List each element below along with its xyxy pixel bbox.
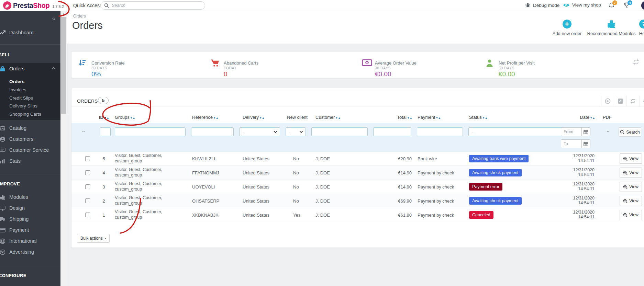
submenu-item-shopping-carts[interactable]: Shopping Carts [9, 112, 41, 117]
status-cell: Payment error [466, 183, 570, 191]
column-header-id[interactable]: ID▾▴ [96, 115, 112, 120]
sort-desc-icon[interactable]: ▾ [408, 116, 409, 119]
submenu-item-credit-slips[interactable]: Credit Slips [9, 95, 33, 101]
new-client-cell: No [283, 184, 309, 190]
sort-descending-icon [78, 59, 87, 68]
filter-date-from-input[interactable] [561, 127, 581, 136]
date-cell: 12/31/202014:54:11 [570, 168, 599, 178]
view-button[interactable]: View [620, 182, 642, 192]
column-header-new-client: New client [283, 115, 309, 120]
debug-mode-button[interactable]: Debug mode [525, 2, 559, 8]
view-button[interactable]: View [620, 153, 642, 164]
filter-id-input[interactable] [100, 127, 111, 136]
submenu-item-orders[interactable]: Orders [9, 79, 24, 84]
sidebar-item-design[interactable]: Design [0, 203, 60, 213]
sidebar-collapse-button[interactable]: « [52, 15, 55, 22]
sidebar-item-orders[interactable]: Orders [0, 63, 60, 75]
sort-asc-icon[interactable]: ▴ [216, 116, 218, 119]
sidebar-item-shipping[interactable]: Shipping [0, 214, 60, 224]
sort-asc-icon[interactable]: ▴ [133, 116, 135, 119]
reference-cell: KHWLILZLL [188, 156, 236, 161]
column-header-total[interactable]: Total▾▴ [370, 115, 414, 120]
filter-total-input[interactable] [373, 127, 411, 136]
filter-placeholder: -- [71, 129, 96, 134]
notifications-button[interactable]: 7 [608, 2, 615, 10]
sort-asc-icon[interactable]: ▴ [485, 116, 487, 119]
filter-status-select[interactable]: - [468, 127, 567, 136]
column-header-status[interactable]: Status▾▴ [466, 115, 570, 120]
filter-groups-input[interactable] [115, 127, 186, 136]
sort-desc-icon[interactable]: ▾ [590, 116, 592, 119]
sort-desc-icon[interactable]: ▾ [483, 116, 485, 119]
sort-desc-icon[interactable]: ▾ [260, 116, 262, 119]
filter-customer-input[interactable] [311, 127, 368, 136]
sort-desc-icon[interactable]: ▾ [214, 116, 215, 119]
sidebar-item-stats[interactable]: Stats [0, 156, 60, 166]
view-button[interactable]: View [620, 168, 642, 178]
panel-refresh-icon[interactable] [626, 96, 639, 106]
row-checkbox[interactable] [85, 156, 90, 161]
row-checkbox[interactable] [85, 170, 90, 175]
panel-export-icon[interactable] [614, 96, 626, 106]
sort-desc-icon[interactable]: ▾ [436, 116, 438, 119]
sort-desc-icon[interactable]: ▾ [336, 116, 337, 119]
filter-search-button[interactable]: Search [619, 127, 641, 137]
sidebar-item-international[interactable]: International [0, 236, 60, 246]
sidebar-item-customer-service[interactable]: Customer Service [0, 145, 60, 155]
column-header-delivery[interactable]: Delivery▾▴ [236, 115, 283, 120]
kpi-refresh-icon[interactable] [633, 59, 639, 66]
column-header-payment[interactable]: Payment▾▴ [414, 115, 466, 120]
panel-add-icon[interactable] [601, 96, 614, 106]
view-button[interactable]: View [620, 196, 642, 206]
sidebar-item-customers[interactable]: Customers [0, 134, 60, 144]
help-button[interactable]: ? Help [633, 19, 644, 36]
sort-desc-icon[interactable]: ▾ [104, 116, 106, 119]
view-my-shop-button[interactable]: View my shop [563, 2, 601, 8]
sort-desc-icon[interactable]: ▾ [131, 116, 132, 119]
sort-asc-icon[interactable]: ▴ [439, 116, 441, 119]
scrollbar-thumb[interactable] [61, 17, 66, 114]
row-checkbox[interactable] [85, 198, 90, 203]
search-input[interactable] [112, 3, 201, 8]
column-header-customer[interactable]: Customer▾▴ [309, 115, 370, 120]
prestashop-logo[interactable]: PrestaShop 1.7.5.2 [3, 1, 64, 10]
brand-text: PrestaShop [13, 2, 49, 10]
row-checkbox[interactable] [85, 184, 90, 189]
row-checkbox[interactable] [85, 213, 90, 217]
submenu-item-invoices[interactable]: Invoices [9, 87, 26, 92]
sort-asc-icon[interactable]: ▴ [107, 116, 109, 119]
filter-new-client-select[interactable]: - [286, 127, 306, 136]
sidebar-item-payment[interactable]: Payment [0, 225, 60, 235]
sidebar-item-modules[interactable]: Modules [0, 192, 60, 202]
filter-reference-input[interactable] [191, 127, 234, 136]
column-header-reference[interactable]: Reference▾▴ [188, 115, 236, 120]
date-cell: 12/31/202014:54:11 [570, 182, 599, 192]
sort-asc-icon[interactable]: ▴ [593, 116, 595, 119]
bulk-actions-button[interactable]: Bulk actions▴ [77, 234, 110, 243]
recommended-modules-button[interactable]: Recommended Modules [584, 19, 639, 36]
credit-card-icon [0, 228, 6, 232]
calendar-icon[interactable] [581, 127, 590, 136]
calendar-icon[interactable] [581, 139, 590, 148]
sidebar-item-dashboard[interactable]: Dashboard [0, 27, 60, 38]
sidebar-item-advertising[interactable]: Advertising [0, 247, 60, 257]
sort-asc-icon[interactable]: ▴ [338, 116, 340, 119]
zoom-plus-icon [623, 213, 628, 217]
submenu-item-delivery-slips[interactable]: Delivery Slips [9, 103, 37, 108]
filter-delivery-select[interactable]: - [239, 127, 280, 136]
scroll-up-arrow[interactable]: ▲ [60, 11, 67, 16]
view-button[interactable]: View [620, 210, 642, 220]
add-new-order-button[interactable]: Add new order [548, 19, 586, 36]
filter-date-to-input[interactable] [561, 139, 581, 148]
panel-terminal-icon[interactable]: >_ [639, 96, 644, 106]
sidebar-item-catalog[interactable]: Catalog [0, 123, 60, 133]
sort-asc-icon[interactable]: ▴ [410, 116, 412, 119]
filter-payment-input[interactable] [417, 127, 463, 136]
question-circle-icon: ? [639, 19, 644, 29]
user-avatar[interactable] [641, 1, 644, 10]
sort-asc-icon[interactable]: ▴ [263, 116, 264, 119]
column-header-date[interactable]: Date▾▴ [570, 115, 599, 120]
achievements-button[interactable]: 4 [623, 2, 630, 10]
column-header-groups[interactable]: Groups▾▴ [112, 115, 188, 120]
divider [0, 174, 60, 174]
